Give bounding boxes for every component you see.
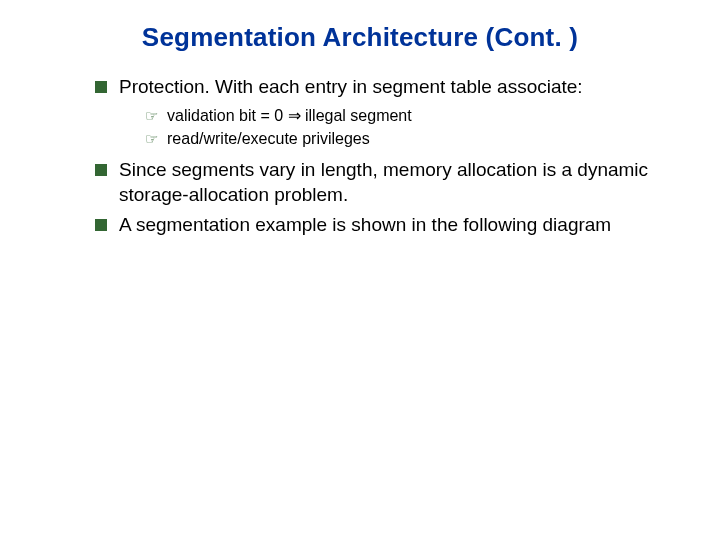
bullet-text: Protection. With each entry in segment t… <box>119 76 583 97</box>
bullet-item: Since segments vary in length, memory al… <box>95 158 660 207</box>
bullet-text: A segmentation example is shown in the f… <box>119 214 611 235</box>
sub-text: read/write/execute privileges <box>167 130 370 147</box>
sub-bullet-item: ☞ read/write/execute privileges <box>145 127 660 150</box>
sub-text: validation bit = 0 <box>167 107 288 124</box>
square-bullet-icon <box>95 164 107 176</box>
square-bullet-icon <box>95 219 107 231</box>
slide: Segmentation Architecture (Cont. ) Prote… <box>0 0 720 540</box>
bullet-text: Since segments vary in length, memory al… <box>119 159 648 205</box>
sub-bullet-item: ☞ validation bit = 0 ⇒ illegal segment <box>145 104 660 127</box>
pointer-icon: ☞ <box>145 128 158 150</box>
pointer-icon: ☞ <box>145 105 158 127</box>
bullet-item: A segmentation example is shown in the f… <box>95 213 660 238</box>
square-bullet-icon <box>95 81 107 93</box>
implies-icon: ⇒ <box>288 107 301 124</box>
sub-text: illegal segment <box>301 107 412 124</box>
bullet-item: Protection. With each entry in segment t… <box>95 75 660 150</box>
sub-list: ☞ validation bit = 0 ⇒ illegal segment ☞… <box>119 104 660 150</box>
slide-body: Protection. With each entry in segment t… <box>0 75 720 238</box>
slide-title: Segmentation Architecture (Cont. ) <box>0 0 720 75</box>
